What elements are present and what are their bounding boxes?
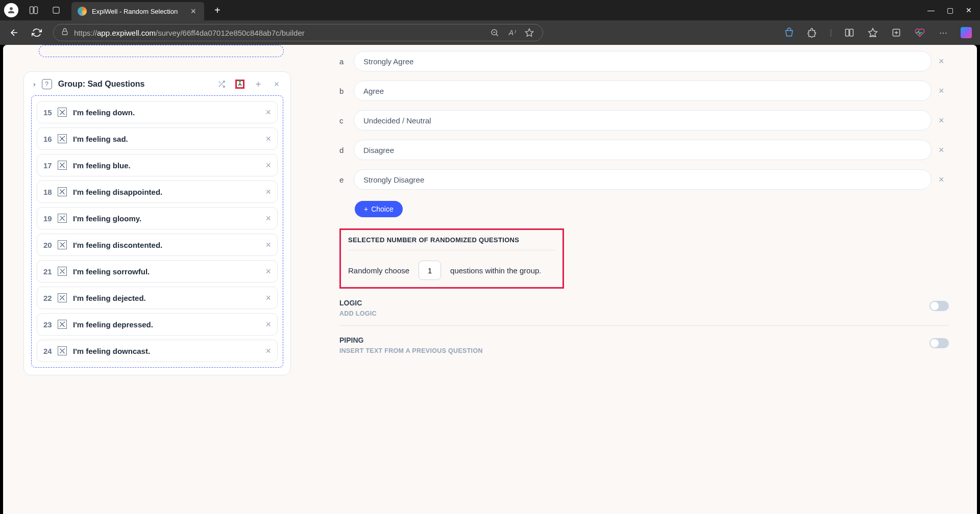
delete-question-icon[interactable]: × [265,346,271,356]
question-number: 15 [43,108,58,117]
question-text: I'm feeling depressed. [73,320,265,329]
piping-label: PIPING [339,336,483,344]
delete-question-icon[interactable]: × [265,293,271,303]
random-suffix: questions within the group. [450,266,541,275]
question-number: 18 [43,188,58,196]
svg-rect-1 [34,7,38,13]
question-item[interactable]: 20 I'm feeling discontented. × [37,234,278,256]
delete-question-icon[interactable]: × [265,187,271,197]
question-item[interactable]: 18 I'm feeling disappointed. × [37,181,278,203]
question-type-icon [58,320,67,329]
shopping-icon[interactable] [783,27,795,39]
lock-icon [61,28,69,38]
random-prefix: Randomly choose [348,266,409,275]
choice-row: a × [339,51,949,71]
svg-rect-3 [62,31,67,35]
question-item[interactable]: 16 I'm feeling sad. × [37,127,278,150]
choice-letter: d [339,146,347,155]
delete-choice-icon[interactable]: × [939,56,949,67]
browser-tab[interactable]: ExpiWell - Random Selection × [71,2,204,20]
delete-question-icon[interactable]: × [265,240,271,250]
delete-choice-icon[interactable]: × [939,86,949,96]
delete-question-icon[interactable]: × [265,213,271,224]
question-item[interactable]: 24 I'm feeling downcast. × [37,340,278,362]
workspaces-icon[interactable] [27,3,41,17]
delete-choice-icon[interactable]: × [939,174,949,185]
close-window-button[interactable]: ✕ [966,6,972,14]
health-icon[interactable] [914,27,926,39]
question-text: I'm feeling discontented. [73,241,265,249]
tab-close-icon[interactable]: × [188,6,198,17]
question-text: I'm feeling downcast. [73,347,265,355]
question-item[interactable]: 15 I'm feeling down. × [37,101,278,123]
question-number: 20 [43,241,58,249]
piping-toggle[interactable] [929,338,949,348]
question-number: 22 [43,294,58,302]
collapse-chevron-icon[interactable]: › [33,80,36,88]
split-screen-icon[interactable] [843,27,855,39]
choice-input[interactable] [354,140,932,160]
random-section-title: SELECTED NUMBER OF RANDOMIZED QUESTIONS [348,236,555,244]
delete-group-icon[interactable] [272,80,281,89]
question-item[interactable]: 23 I'm feeling depressed. × [37,313,278,336]
question-text: I'm feeling gloomy. [73,214,265,223]
choice-letter: a [339,57,347,66]
question-number: 19 [43,214,58,223]
question-type-icon [58,240,67,249]
choice-input[interactable] [354,110,932,131]
svg-rect-6 [850,29,853,36]
address-bar[interactable]: https://app.expiwell.com/survey/66ff4da0… [53,24,543,41]
question-number: 23 [43,320,58,329]
minimize-button[interactable]: — [927,6,935,14]
choice-row: e × [339,169,949,190]
read-aloud-icon[interactable]: A⁾ [506,27,518,39]
question-item[interactable]: 21 I'm feeling sorrowful. × [37,260,278,282]
more-icon[interactable]: ⋯ [937,27,949,39]
question-number: 17 [43,161,58,170]
shuffle-icon[interactable] [217,80,226,89]
question-item[interactable]: 19 I'm feeling gloomy. × [37,207,278,229]
svg-point-8 [239,80,240,82]
delete-choice-icon[interactable]: × [939,115,949,126]
random-count-input[interactable] [419,261,441,280]
extensions-icon[interactable] [806,27,819,39]
copilot-icon[interactable] [961,27,972,38]
new-tab-button[interactable]: + [210,3,225,18]
maximize-button[interactable]: ▢ [947,6,953,14]
delete-question-icon[interactable]: × [265,134,271,144]
choice-input[interactable] [354,169,932,190]
question-type-icon [58,134,67,143]
url-text: https://app.expiwell.com/survey/66ff4da0… [74,29,483,37]
svg-rect-2 [53,7,59,13]
profile-avatar[interactable] [4,3,18,17]
choice-input[interactable] [354,51,932,71]
delete-question-icon[interactable]: × [265,319,271,330]
delete-choice-icon[interactable]: × [939,145,949,156]
zoom-icon[interactable] [488,27,501,39]
add-question-icon[interactable] [254,80,263,89]
group-card[interactable]: › ? Group: Sad Questions [23,71,291,375]
random-select-icon[interactable] [235,80,244,89]
logic-toggle[interactable] [929,301,949,311]
add-choice-label: Choice [371,205,394,213]
question-item[interactable]: 17 I'm feeling blue. × [37,154,278,176]
back-button[interactable] [8,27,20,39]
favorite-icon[interactable] [523,27,535,39]
choice-input[interactable] [354,81,932,101]
collections-icon[interactable] [890,27,902,39]
window-controls: — ▢ ✕ [927,6,976,14]
delete-question-icon[interactable]: × [265,107,271,118]
browser-toolbar: https://app.expiwell.com/survey/66ff4da0… [0,20,980,45]
delete-question-icon[interactable]: × [265,266,271,277]
refresh-button[interactable] [31,27,43,39]
app-content: › ? Group: Sad Questions [3,45,977,514]
favorites-list-icon[interactable] [867,27,879,39]
settings-panel: a × b × c × d × e × + Choice SELECTED NU… [311,45,977,514]
tab-actions-icon[interactable] [49,3,63,17]
delete-question-icon[interactable]: × [265,160,271,171]
question-type-icon [58,108,67,117]
question-item[interactable]: 22 I'm feeling dejected. × [37,287,278,309]
add-choice-button[interactable]: + Choice [355,201,403,217]
question-text: I'm feeling dejected. [73,294,265,302]
random-questions-section: SELECTED NUMBER OF RANDOMIZED QUESTIONS … [339,228,564,289]
